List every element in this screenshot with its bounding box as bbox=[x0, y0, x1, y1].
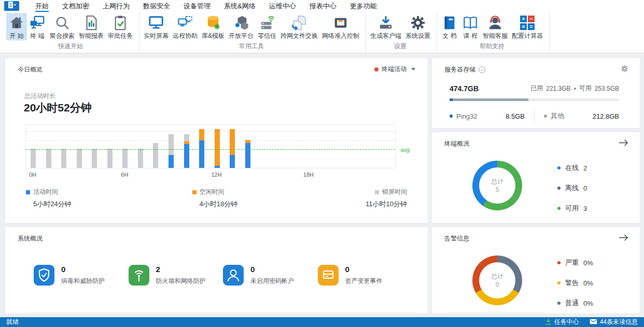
system-item-count: 2 bbox=[156, 265, 206, 274]
total-activity-value: 20小时52分钟 bbox=[24, 101, 92, 115]
ribbon-button-label: 配置计算器 bbox=[512, 32, 543, 39]
menu-item-文档加密[interactable]: 文档加密 bbox=[62, 0, 89, 12]
task-center-button[interactable]: 任务中心 bbox=[545, 318, 579, 326]
legend-item-空闲时间: 空闲时间4小时18分钟 bbox=[192, 188, 238, 209]
ribbon-button-实时屏幕[interactable]: 实时屏幕 bbox=[142, 13, 171, 40]
legend-item-严重: 严重0% bbox=[557, 258, 593, 267]
terminal-center-label: 总计 bbox=[491, 177, 503, 186]
legend-label: 空闲时间 bbox=[200, 188, 225, 196]
legend-value: 0% bbox=[583, 279, 593, 287]
ribbon-button-开始[interactable]: 开 始 bbox=[6, 13, 27, 40]
unread-messages-button[interactable]: 44条未读信息 bbox=[590, 318, 638, 326]
ribbon-button-远程协助[interactable]: 远程协助 bbox=[171, 13, 200, 40]
ribbon-button-网络准入控制[interactable]: 网络准入控制 bbox=[320, 13, 361, 40]
ribbon-group-label: 设置 bbox=[368, 40, 432, 53]
chart-bar-segment bbox=[230, 155, 235, 168]
chart-bar-segment bbox=[169, 155, 174, 168]
ribbon-button-label: 课 程 bbox=[463, 32, 477, 39]
terminal-donut-center: 总计 5 bbox=[479, 167, 515, 204]
system-title: 系统概况 bbox=[18, 234, 43, 243]
legend-dot-icon bbox=[450, 115, 453, 118]
system-item-label: 防火墙和网络防护 bbox=[156, 277, 206, 286]
ribbon-button-label: 远程协助 bbox=[173, 32, 198, 39]
ribbon-group-label: 快速开始 bbox=[6, 40, 135, 53]
system-item-count: 0 bbox=[61, 265, 105, 274]
ribbon-button-文档[interactable]: 文 档 bbox=[439, 13, 460, 40]
menu-item-报表中心[interactable]: 报表中心 bbox=[310, 0, 337, 12]
storage-summary-row: 474.7GB 已用 221.3GB 可用 253.5GB bbox=[450, 84, 619, 93]
calculator-icon: +−×= bbox=[520, 15, 535, 31]
menu-item-开始[interactable]: 开始 bbox=[35, 0, 49, 12]
app-menu-button[interactable] bbox=[4, 1, 19, 11]
legend-swatch-icon bbox=[192, 190, 197, 194]
alarm-donut-chart: 总计 0 bbox=[472, 255, 522, 305]
sys-signal-icon bbox=[129, 265, 149, 288]
ribbon-button-课程[interactable]: 课 程 bbox=[460, 13, 481, 40]
legend-value: 11小时10分钟 bbox=[366, 200, 407, 209]
storage-legend-text: Ping32 bbox=[456, 112, 477, 120]
ribbon-button-聚合搜索[interactable]: 聚合搜索 bbox=[48, 13, 77, 40]
ribbon-button-库&模板[interactable]: 库&模板 bbox=[200, 13, 227, 40]
ribbon-button-label: 开 始 bbox=[9, 32, 23, 39]
legend-item-row: 空闲时间 bbox=[192, 188, 238, 196]
menu-bar: 开始文档加密上网行为数据安全设备管理系统&网络运维中心报表中心更多功能 bbox=[0, 0, 644, 12]
today-title: 今日概览 bbox=[18, 65, 43, 74]
system-item-label: 未启用密码帐户 bbox=[250, 277, 294, 286]
system-item-count: 0 bbox=[250, 265, 294, 274]
info-icon[interactable] bbox=[479, 66, 485, 73]
menu-item-上网行为[interactable]: 上网行为 bbox=[103, 0, 130, 12]
chart-bar-segment bbox=[215, 166, 220, 168]
ribbon-button-生成客户端[interactable]: 生成客户端 bbox=[368, 13, 403, 40]
panel-alarm-info: 告警信息 总计 0 严重0%警告0%普通0% bbox=[432, 227, 640, 314]
menu-item-系统&网络[interactable]: 系统&网络 bbox=[224, 0, 256, 12]
ribbon-button-label: 开放平台 bbox=[229, 32, 254, 39]
legend-item-普通: 普通0% bbox=[557, 298, 593, 308]
ribbon-button-开放平台[interactable]: 开放平台 bbox=[227, 13, 256, 40]
ribbon-button-零信任[interactable]: 零信任 bbox=[256, 13, 278, 40]
legend-dot-icon bbox=[557, 281, 561, 285]
doc-icon bbox=[442, 15, 457, 31]
ribbon-button-终端[interactable]: 终 端 bbox=[27, 13, 48, 40]
ribbon-button-智能客服[interactable]: 智能客服 bbox=[481, 13, 510, 40]
menu-item-更多功能[interactable]: 更多功能 bbox=[350, 0, 377, 12]
system-item-text: 2防火墙和网络防护 bbox=[156, 265, 206, 286]
menu-item-设备管理[interactable]: 设备管理 bbox=[184, 0, 211, 12]
ribbon-button-label: 实时屏幕 bbox=[144, 32, 169, 39]
ribbon-button-系统设置[interactable]: 系统设置 bbox=[403, 13, 432, 40]
ribbon-button-label: 库&模板 bbox=[202, 32, 225, 39]
total-activity-label: 总活动时长 bbox=[24, 92, 55, 101]
legend-label: 活动时间 bbox=[33, 188, 58, 196]
legend-item-离线: 离线0 bbox=[557, 183, 587, 193]
chart-bar-segment bbox=[215, 129, 220, 166]
alarm-detail-button[interactable] bbox=[619, 234, 628, 243]
dot-separator-icon bbox=[574, 88, 576, 90]
platform-icon bbox=[233, 15, 249, 31]
ribbon-button-智能报表[interactable]: 智能报表 bbox=[77, 13, 106, 40]
legend-value: 0% bbox=[583, 300, 593, 307]
remote-icon bbox=[177, 15, 193, 31]
ribbon-group-label: 常用工具 bbox=[142, 40, 361, 53]
legend-item-row: 锁屏时间 bbox=[358, 188, 407, 196]
ribbon-button-审批任务[interactable]: 审批任务 bbox=[106, 13, 135, 40]
legend-item-锁屏时间: 锁屏时间11小时10分钟 bbox=[358, 188, 407, 209]
chart-bar-segment bbox=[107, 149, 113, 168]
activity-filter-dropdown[interactable]: 终端活动 bbox=[374, 65, 415, 74]
legend-value: 3 bbox=[583, 205, 587, 212]
system-item-text: 0病毒和威胁防护 bbox=[61, 265, 105, 286]
ribbon-button-label: 网络准入控制 bbox=[322, 32, 359, 39]
chart-bar-segment bbox=[138, 149, 143, 168]
ribbon-button-配置计算器[interactable]: +−×=配置计算器 bbox=[510, 13, 545, 40]
menu-item-运维中心[interactable]: 运维中心 bbox=[269, 0, 296, 12]
ribbon-button-跨网文件交换[interactable]: 跨网文件交换 bbox=[278, 13, 320, 40]
chart-bar-segment bbox=[169, 134, 174, 155]
legend-label: 在线 bbox=[565, 163, 579, 173]
chart-bar-segment bbox=[122, 149, 128, 168]
storage-settings-button[interactable] bbox=[621, 65, 628, 75]
ribbon-group-items: 文 档课 程智能客服+−×=配置计算器 bbox=[439, 13, 545, 40]
legend-dot-icon bbox=[557, 166, 561, 169]
chart-bar-segment bbox=[31, 149, 36, 168]
menu-item-数据安全[interactable]: 数据安全 bbox=[143, 0, 170, 12]
sys-asset-icon bbox=[318, 265, 339, 288]
filter-dot-icon bbox=[374, 67, 379, 72]
terminal-detail-button[interactable] bbox=[619, 139, 628, 148]
